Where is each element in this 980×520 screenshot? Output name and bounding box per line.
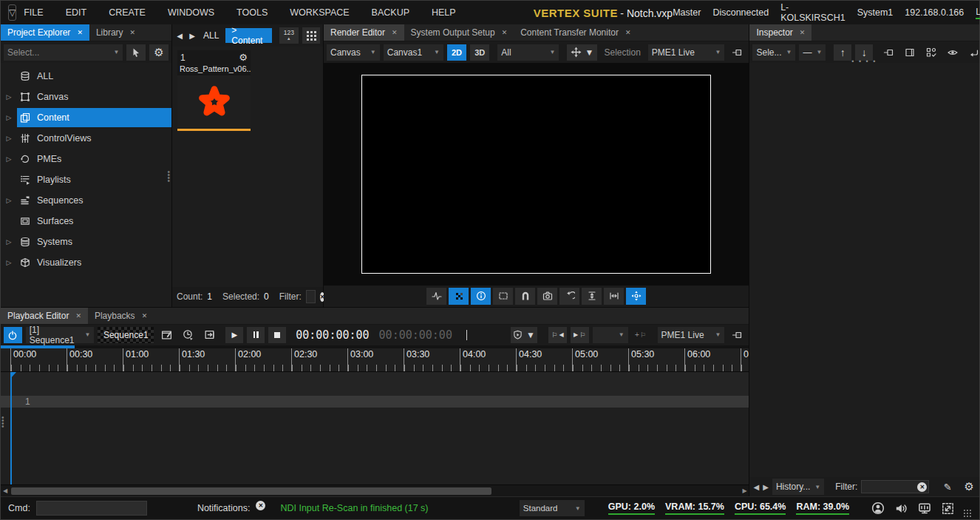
move-up-button[interactable]: ↑ bbox=[834, 44, 851, 61]
inspector-preset-dropdown[interactable]: —▼ bbox=[799, 44, 826, 61]
tree-item-pmes[interactable]: ▷ PMEs bbox=[1, 149, 171, 169]
reset-view-button[interactable] bbox=[559, 288, 579, 305]
playhead-flag-icon[interactable] bbox=[10, 372, 16, 379]
close-icon[interactable]: ✕ bbox=[502, 29, 508, 36]
tab-inspector[interactable]: Inspector✕ bbox=[749, 24, 811, 41]
expand-icon[interactable]: ▷ bbox=[1, 114, 17, 121]
menu-item[interactable]: FILE bbox=[24, 7, 43, 18]
cue-next-button[interactable]: ▶⚐ bbox=[571, 327, 589, 343]
pan-mode-button[interactable] bbox=[626, 288, 646, 305]
resize-grip[interactable] bbox=[963, 509, 972, 518]
close-icon[interactable]: ✕ bbox=[75, 312, 81, 320]
view-3d-button[interactable]: 3D bbox=[470, 44, 489, 61]
canvas-type-dropdown[interactable]: Canvas▼ bbox=[327, 44, 380, 61]
tree-item-surfaces[interactable]: Surfaces bbox=[1, 211, 171, 232]
tree-item-playlists[interactable]: Playlists bbox=[1, 169, 171, 190]
close-icon[interactable]: ✕ bbox=[130, 29, 136, 36]
pme-dropdown-playback[interactable]: PME1 Live▼ bbox=[658, 327, 725, 343]
tree-item-controlviews[interactable]: ▷ ControlViews bbox=[1, 128, 171, 149]
visibility-eye-icon[interactable] bbox=[944, 44, 962, 61]
tab-render-editor[interactable]: Render Editor✕ bbox=[324, 24, 404, 41]
info-overlay-button[interactable] bbox=[471, 288, 491, 305]
fit-vertical-button[interactable] bbox=[582, 288, 602, 305]
select-dropdown[interactable]: Select...▼ bbox=[4, 44, 123, 61]
menu-item[interactable]: WORKSPACE bbox=[290, 7, 349, 18]
screenshot-button[interactable] bbox=[537, 288, 557, 305]
canvas-select-dropdown[interactable]: Canvas1▼ bbox=[384, 44, 443, 61]
playhead[interactable] bbox=[10, 372, 12, 484]
snap-magnet-button[interactable] bbox=[515, 288, 535, 305]
tab-library[interactable]: Library ✕ bbox=[89, 24, 142, 41]
nav-forward-icon[interactable]: ▶ bbox=[188, 27, 197, 44]
pme-dropdown[interactable]: PME1 Live▼ bbox=[648, 44, 725, 61]
history-forward-icon[interactable]: ▶ bbox=[763, 483, 769, 491]
timeline-ruler[interactable]: 00:00 00:30 01:00 bbox=[1, 348, 749, 372]
grid-view-icon[interactable] bbox=[302, 27, 320, 44]
pin-icon[interactable] bbox=[728, 44, 746, 61]
pin-icon[interactable] bbox=[728, 327, 746, 343]
nav-back-icon[interactable]: ◀ bbox=[175, 27, 184, 44]
expand-icon[interactable]: ▷ bbox=[1, 155, 17, 163]
history-back-icon[interactable]: ◀ bbox=[753, 483, 759, 491]
tree-item-visualizers[interactable]: ▷ Visualizers bbox=[1, 252, 171, 273]
cue-mode-button[interactable]: ▼ bbox=[511, 327, 537, 343]
edit-pencil-icon[interactable]: ✎ bbox=[939, 479, 956, 495]
panel-layout-icon[interactable] bbox=[901, 44, 919, 61]
menu-item[interactable]: TOOLS bbox=[237, 7, 268, 18]
menu-item[interactable]: EDIT bbox=[66, 7, 86, 18]
display-settings-icon[interactable] bbox=[918, 502, 931, 515]
timeline-scrollbar[interactable]: ◀ ▶ bbox=[1, 484, 749, 496]
tree-item-all[interactable]: ALL bbox=[1, 66, 171, 87]
play-button[interactable]: ▶ bbox=[225, 327, 243, 343]
gear-icon[interactable]: ⚙ bbox=[239, 52, 248, 63]
license-button[interactable]: LICENSE bbox=[976, 7, 980, 19]
fit-horizontal-button[interactable] bbox=[604, 288, 624, 305]
track-row[interactable]: 1 bbox=[1, 396, 749, 408]
fullscreen-icon[interactable] bbox=[942, 502, 954, 515]
selection-rect-button[interactable] bbox=[493, 288, 513, 305]
tree-item-canvas[interactable]: ▷ Canvas bbox=[1, 87, 171, 107]
gear-icon[interactable]: ⚙ bbox=[149, 44, 169, 61]
clear-filter-icon[interactable]: ✕ bbox=[917, 482, 927, 492]
close-icon[interactable]: ✕ bbox=[142, 312, 148, 320]
add-cue-button[interactable]: +⚐ bbox=[632, 327, 650, 343]
sequence-dropdown[interactable]: [1] Sequence1▼ bbox=[26, 327, 95, 343]
panel-resize-handle[interactable]: •••• bbox=[167, 171, 170, 183]
tree-item-sequences[interactable]: ▷ Sequences bbox=[1, 190, 171, 211]
edit-sequence-icon[interactable] bbox=[157, 327, 175, 343]
scroll-right-icon[interactable]: ▶ bbox=[740, 487, 749, 494]
tree-item-content[interactable]: ▷ Content bbox=[1, 107, 171, 128]
filter-input[interactable] bbox=[306, 290, 316, 303]
close-icon[interactable]: ✕ bbox=[77, 29, 83, 36]
expand-icon[interactable]: ▷ bbox=[1, 238, 17, 246]
menu-item[interactable]: HELP bbox=[432, 7, 456, 18]
render-viewport[interactable] bbox=[324, 63, 749, 286]
sort-button[interactable]: 123▲ bbox=[279, 27, 299, 44]
move-down-button[interactable]: ↓• • • • bbox=[855, 44, 873, 61]
goto-end-icon[interactable] bbox=[200, 327, 218, 343]
quality-mode-dropdown[interactable]: Standard▼ bbox=[520, 500, 585, 516]
expand-icon[interactable]: ▷ bbox=[1, 259, 17, 266]
menu-item[interactable]: CREATE bbox=[109, 7, 146, 18]
breadcrumb-content[interactable]: > Content bbox=[225, 28, 271, 43]
cmd-input[interactable] bbox=[36, 501, 147, 516]
gear-icon[interactable]: ⚙ bbox=[960, 479, 978, 495]
move-tool-button[interactable]: ▼ bbox=[567, 44, 597, 61]
show-all-properties-icon[interactable] bbox=[922, 44, 940, 61]
expand-icon[interactable]: ▷ bbox=[1, 93, 17, 101]
layer-filter-dropdown[interactable]: All▼ bbox=[497, 44, 559, 61]
tree-item-systems[interactable]: ▷ Systems bbox=[1, 232, 171, 252]
tab-content-transfer-monitor[interactable]: Content Transfer Monitor✕ bbox=[514, 24, 637, 41]
close-icon[interactable]: ✕ bbox=[625, 29, 631, 36]
pause-button[interactable] bbox=[247, 327, 265, 343]
scrollbar-thumb[interactable] bbox=[11, 487, 491, 495]
tab-playbacks[interactable]: Playbacks✕ bbox=[88, 308, 154, 324]
close-icon[interactable]: ✕ bbox=[800, 29, 806, 36]
menu-item[interactable]: BACKUP bbox=[372, 7, 409, 18]
speaker-icon[interactable] bbox=[895, 502, 908, 515]
pixel-inspect-button[interactable] bbox=[449, 288, 469, 305]
expand-icon[interactable]: ▷ bbox=[1, 197, 17, 204]
loop-time-icon[interactable] bbox=[179, 327, 197, 343]
menu-item[interactable]: WINDOWS bbox=[168, 7, 214, 18]
dismiss-notification-icon[interactable]: ✕ bbox=[256, 501, 265, 510]
